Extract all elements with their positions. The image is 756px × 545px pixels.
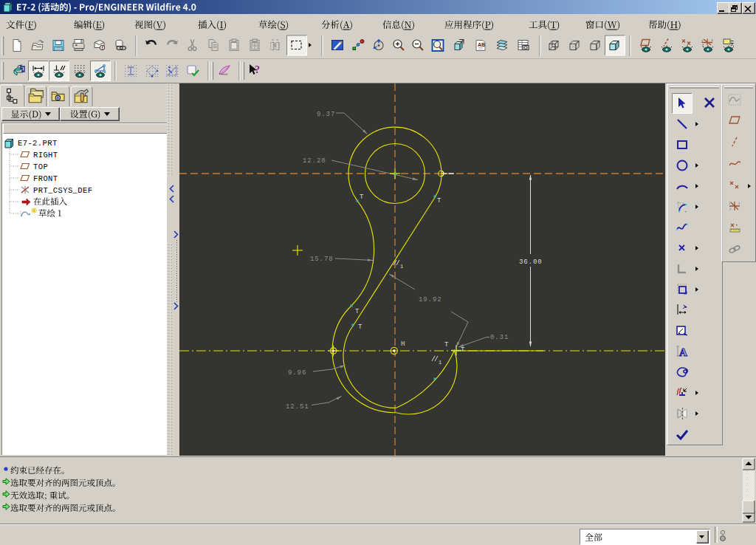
svg-text:E7-2.PRT: E7-2.PRT [18,139,58,148]
svg-text:z: z [729,208,732,211]
svg-text:PRT_CSYS_DEF: PRT_CSYS_DEF [33,186,92,195]
svg-text:15.78: 15.78 [310,256,334,263]
svg-text:9.96: 9.96 [288,369,306,377]
svg-text:TOP: TOP [33,162,48,171]
svg-text:A: A [679,346,687,358]
svg-text:36.00: 36.00 [519,258,543,266]
svg-text:Z: Z [731,41,734,47]
svg-text:FRONT: FRONT [33,174,58,183]
svg-text:T: T [355,308,360,315]
svg-text:?: ? [255,64,260,75]
svg-text:+: + [684,209,687,213]
svg-text:9.37: 9.37 [317,111,335,118]
svg-text:0.31: 0.31 [490,334,509,341]
svg-text:19.92: 19.92 [419,296,442,304]
svg-text:x: x [712,38,714,42]
svg-text:T: T [360,193,364,201]
svg-text:AB: AB [478,42,485,47]
svg-text:y: y [701,39,704,43]
svg-text:T: T [437,197,441,205]
svg-text:T: T [444,341,449,349]
svg-text:x: x [738,202,740,205]
svg-text:T: T [358,323,362,331]
svg-text:1: 1 [400,264,403,270]
svg-text:12.51: 12.51 [286,403,309,411]
svg-text:1: 1 [439,360,441,366]
svg-text:H: H [401,340,405,348]
svg-text:12.20: 12.20 [303,157,326,165]
svg-text:RIGHT: RIGHT [33,151,58,160]
